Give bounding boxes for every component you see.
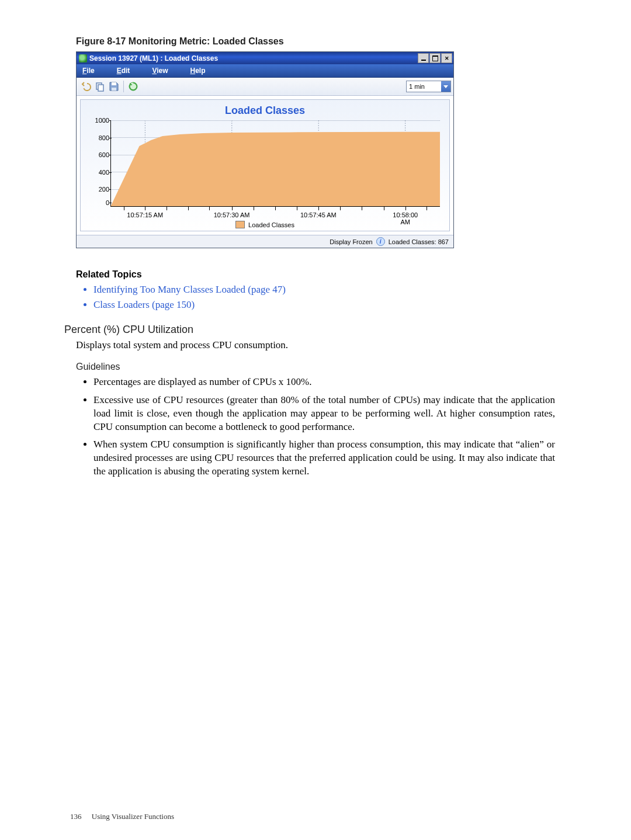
menu-help[interactable]: Help <box>189 65 207 76</box>
statusbar: Display Frozen i Loaded Classes: 867 <box>77 235 453 248</box>
maximize-button[interactable] <box>429 53 441 63</box>
section-heading: Percent (%) CPU Utilization <box>64 324 555 336</box>
y-tick: 800 <box>99 134 109 141</box>
guideline-item: Percentages are displayed as number of C… <box>93 376 555 389</box>
app-icon <box>79 54 87 63</box>
x-labels: 10:57:15 AM 10:57:30 AM 10:57:45 AM 10:5… <box>110 211 440 220</box>
figure-caption: Figure 8-17 Monitoring Metric: Loaded Cl… <box>76 36 555 47</box>
y-tick: 200 <box>99 186 109 193</box>
window-title: Session 13927 (ML1) : Loaded Classes <box>89 54 417 63</box>
svg-rect-3 <box>112 88 116 91</box>
guideline-item: Excessive use of CPU resources (greater … <box>93 394 555 434</box>
y-tick: 600 <box>99 151 109 158</box>
app-window: Session 13927 (ML1) : Loaded Classes Fil… <box>76 51 454 248</box>
series-area <box>110 120 440 207</box>
legend-label: Loaded Classes <box>248 221 294 228</box>
section-body: Displays total system and process CPU co… <box>76 339 555 351</box>
guideline-item: When system CPU consumption is significa… <box>93 438 555 478</box>
related-topics-list: Identifying Too Many Classes Loaded (pag… <box>93 282 555 313</box>
copy-icon[interactable] <box>94 81 106 92</box>
page-number: 136 <box>70 812 82 821</box>
undo-icon[interactable] <box>80 81 92 92</box>
x-label: 10:57:45 AM <box>300 211 337 218</box>
legend-swatch <box>235 221 245 228</box>
y-tick: 1000 <box>95 117 109 124</box>
related-topics-heading: Related Topics <box>76 269 555 280</box>
guidelines-heading: Guidelines <box>76 362 555 372</box>
save-icon[interactable] <box>108 81 120 92</box>
refresh-icon[interactable] <box>127 81 139 92</box>
x-label: 10:57:30 AM <box>214 211 250 218</box>
toolbar-separator <box>123 81 124 92</box>
y-tick: 400 <box>99 169 109 176</box>
menu-edit[interactable]: Edit <box>116 65 131 76</box>
menu-file[interactable]: File <box>81 65 96 76</box>
chart-plot: 1000 800 600 400 200 0 <box>110 120 440 220</box>
window-titlebar[interactable]: Session 13927 (ML1) : Loaded Classes <box>77 52 453 64</box>
running-head: Using Visualizer Functions <box>92 812 174 821</box>
interval-value: 1 min <box>407 83 441 90</box>
svg-rect-1 <box>98 85 103 91</box>
related-link[interactable]: Class Loaders (page 150) <box>93 297 555 313</box>
x-label: 10:57:15 AM <box>127 211 163 218</box>
interval-select[interactable]: 1 min <box>406 81 451 92</box>
chevron-down-icon[interactable] <box>441 81 450 92</box>
x-ticks <box>110 207 440 210</box>
status-loaded-classes: Loaded Classes: 867 <box>389 238 449 245</box>
info-icon: i <box>376 237 385 246</box>
status-frozen: Display Frozen <box>330 238 372 245</box>
y-axis: 1000 800 600 400 200 0 <box>87 120 109 207</box>
x-label: 10:58:00 AM <box>388 211 422 225</box>
svg-rect-2 <box>112 82 116 85</box>
menubar: File Edit View Help <box>77 64 453 78</box>
related-link[interactable]: Identifying Too Many Classes Loaded (pag… <box>93 282 555 297</box>
minimize-button[interactable] <box>418 53 429 63</box>
page-footer: 136 Using Visualizer Functions <box>70 812 174 821</box>
chart-title: Loaded Classes <box>84 105 446 117</box>
menu-view[interactable]: View <box>151 65 169 76</box>
guidelines-list: Percentages are displayed as number of C… <box>93 376 555 479</box>
toolbar: 1 min <box>77 78 453 96</box>
chart-panel: Loaded Classes 1000 800 600 400 200 0 <box>80 99 450 231</box>
close-button[interactable] <box>441 53 452 63</box>
y-tick: 0 <box>106 199 109 206</box>
